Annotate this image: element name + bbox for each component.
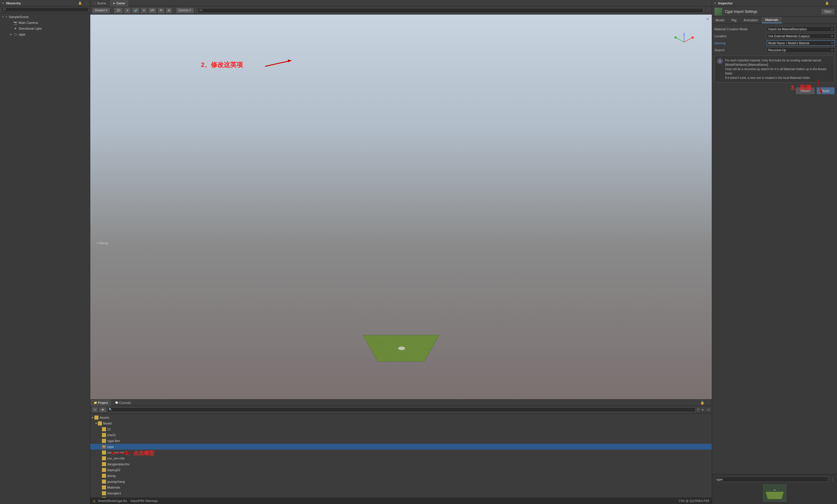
scene-label: SampleScene xyxy=(9,15,29,19)
asset-preview-row: cjgai ⋮ xyxy=(714,477,835,482)
file-item-cjgai[interactable]: ▶ fbx cjgai xyxy=(90,444,712,450)
search-container: 🔍 xyxy=(107,407,695,412)
file-item-dangjianjianzhu[interactable]: ▶ dangjianjianzhu xyxy=(90,461,712,467)
hierarchy-item-directionallight[interactable]: ☀ Directional Light xyxy=(0,25,90,32)
svg-line-15 xyxy=(676,38,684,42)
file-item-daping02[interactable]: ▶ daping02 xyxy=(90,467,712,473)
file-item-guangchang[interactable]: ▶ guangchang xyxy=(90,479,712,485)
gizmos-dropdown[interactable]: Gizmos ▼ xyxy=(176,7,194,13)
tab-console[interactable]: 💬 Console xyxy=(111,399,135,406)
viewport-close-button[interactable]: ✕ xyxy=(706,17,709,21)
file-item-dixing[interactable]: ▶ dixing xyxy=(90,473,712,479)
hierarchy-item-cjgai[interactable]: ▶ ⬡ cjgai xyxy=(0,32,90,37)
file-item-assets[interactable]: ▼ Assets xyxy=(90,415,712,421)
hierarchy-content: ▼ ✦ SampleScene ⋮ 📷 Main Camera ☀ Direct… xyxy=(0,13,90,504)
scene-menu[interactable]: ⋮ xyxy=(87,15,90,18)
svg-text:Y: Y xyxy=(674,36,676,39)
project-item-count: 10 xyxy=(707,408,710,411)
project-add-button[interactable]: + xyxy=(92,407,98,412)
tab-materials[interactable]: Materials xyxy=(762,17,782,23)
scene-toolbar: Shaded ▼ 2D ☀ 🔊 ✦ VR 👁 ⊞ Gizmos ▼ ⋮ xyxy=(90,6,712,15)
file-item-che01[interactable]: ▶ che01 xyxy=(90,432,712,438)
inspector-tabs: Model Rig Animation Materials xyxy=(712,17,837,23)
file-item-shengbo1[interactable]: ▶ shengbo1 xyxy=(90,490,712,496)
svg-marker-23 xyxy=(820,91,822,94)
hierarchy-lock-icon[interactable]: 🔒 xyxy=(78,1,82,5)
inspector-header: ▼ Inspector 🔒 ⋮ xyxy=(712,0,837,6)
hidden-icon-btn[interactable]: 👁 xyxy=(158,7,164,13)
file-item-cjgaifbm[interactable]: ▶ cjgai.fbm xyxy=(90,438,712,444)
tab-animation[interactable]: Animation xyxy=(740,17,762,23)
cjgai-arrow: ▶ xyxy=(9,33,13,36)
tab-game[interactable]: ▶ Game xyxy=(110,0,129,6)
hierarchy-menu-icon[interactable]: ⋮ xyxy=(85,1,88,5)
light-arrow xyxy=(9,27,13,30)
viewport-options-icon[interactable]: ⋮ xyxy=(706,1,709,5)
toolbar-sep-2 xyxy=(174,8,174,13)
project-filter-icon[interactable]: ☰ xyxy=(697,408,700,412)
scene-options-icon[interactable]: ⋮ xyxy=(705,8,710,12)
hierarchy-item-samplescene[interactable]: ▼ ✦ SampleScene ⋮ xyxy=(0,14,90,20)
location-value[interactable]: Use External Materials (Legacy) ▼ xyxy=(767,34,835,39)
project-star-icon[interactable]: ★ xyxy=(701,408,704,412)
project-panel: + ▼ 🔍 ☰ ★ 10 ▼ xyxy=(90,406,712,504)
inspector-content: Material Creation Mode Import via Materi… xyxy=(712,23,837,474)
project-search-input[interactable] xyxy=(107,407,695,412)
naming-value[interactable]: Model Name + Model's Material ▼ xyxy=(767,40,835,46)
effects-icon-btn[interactable]: ✦ xyxy=(141,7,147,13)
inspector-title: Inspector xyxy=(718,1,733,5)
inspector-menu-icon[interactable]: ⋮ xyxy=(832,1,835,5)
scene-search-input[interactable] xyxy=(198,8,703,13)
folder-icon-dixing xyxy=(102,474,106,478)
shading-dropdown[interactable]: Shaded ▼ xyxy=(92,7,110,13)
center-area: ⬡ Scene ▶ Game ⋮ Shaded ▼ 2D ☀ 🔊 xyxy=(90,0,712,504)
tab-rig[interactable]: Rig xyxy=(728,17,740,23)
object-icon: ⬡ xyxy=(13,32,17,36)
folder-icon-shengbo1 xyxy=(102,491,106,495)
project-menu-icon[interactable]: ⋮ xyxy=(706,401,709,405)
svg-marker-26 xyxy=(773,490,776,490)
annotation-1-arrow xyxy=(108,447,137,459)
tab-project[interactable]: 📁 Project xyxy=(90,399,111,406)
warning-icon: ⚠ xyxy=(93,499,96,503)
project-add-dropdown[interactable]: ▼ xyxy=(99,407,106,412)
file-item-materials[interactable]: ▶ Materials xyxy=(90,485,712,490)
mode-2d-button[interactable]: 2D xyxy=(114,7,123,13)
preview-menu-icon[interactable]: ⋮ xyxy=(831,477,835,482)
file-item-cssyanren[interactable]: ▶ css_yan-ren 1、点击模型 xyxy=(90,450,712,455)
asset-name: Cjgai Import Settings xyxy=(725,10,757,14)
material-creation-mode-value[interactable]: Import via MaterialDescription ▼ xyxy=(767,26,835,32)
shading-arrow-icon: ▼ xyxy=(105,9,107,12)
svg-point-8 xyxy=(398,347,405,350)
svg-text:X: X xyxy=(694,36,694,39)
vr-icon-btn[interactable]: VR xyxy=(148,7,156,13)
preview-svg xyxy=(763,485,786,501)
tab-scene[interactable]: ⬡ Scene xyxy=(90,0,110,6)
lighting-icon-btn[interactable]: ☀ xyxy=(124,7,131,13)
file-item-12[interactable]: ▶ 12 xyxy=(90,426,712,432)
right-info: CSK @ QQ:RNEA-FBX xyxy=(679,499,709,503)
hierarchy-header: ▼ Hierarchy 🔒 ⋮ xyxy=(0,0,90,6)
importfbx-warning: ImportFBX Warnings: xyxy=(131,499,158,503)
search-row: Search Recursive-Up ▼ xyxy=(714,47,835,53)
asset-icon xyxy=(714,7,723,16)
open-button[interactable]: Open xyxy=(821,9,835,15)
hierarchy-item-maincamera[interactable]: 📷 Main Camera xyxy=(0,20,90,25)
svg-point-13 xyxy=(691,36,694,39)
search-value[interactable]: Recursive-Up ▼ xyxy=(767,48,835,53)
file-item-model[interactable]: ▼ Model xyxy=(90,421,712,426)
audio-icon-btn[interactable]: 🔊 xyxy=(132,7,140,13)
project-toolbar: + ▼ 🔍 ☰ ★ 10 xyxy=(90,406,712,413)
tab-model[interactable]: Model xyxy=(712,17,728,23)
folder-icon-materials xyxy=(102,485,106,489)
hierarchy-panel: ▼ Hierarchy 🔒 ⋮ ▼ ✦ SampleScene ⋮ 📷 Main… xyxy=(0,0,90,504)
project-lock-icon[interactable]: 🔒 xyxy=(700,401,705,405)
ground-plane xyxy=(354,312,448,364)
inspector-lock-icon[interactable]: 🔒 xyxy=(825,1,829,5)
material-creation-mode-row: Material Creation Mode Import via Materi… xyxy=(714,26,835,32)
file-item-csxrenche[interactable]: ▶ csx_ren-che xyxy=(90,455,712,461)
grid-icon-btn[interactable]: ⊞ xyxy=(166,7,172,13)
svg-marker-19 xyxy=(288,59,291,62)
hierarchy-search-input[interactable] xyxy=(1,7,89,12)
scene-gizmo: Z X Y xyxy=(674,32,694,52)
